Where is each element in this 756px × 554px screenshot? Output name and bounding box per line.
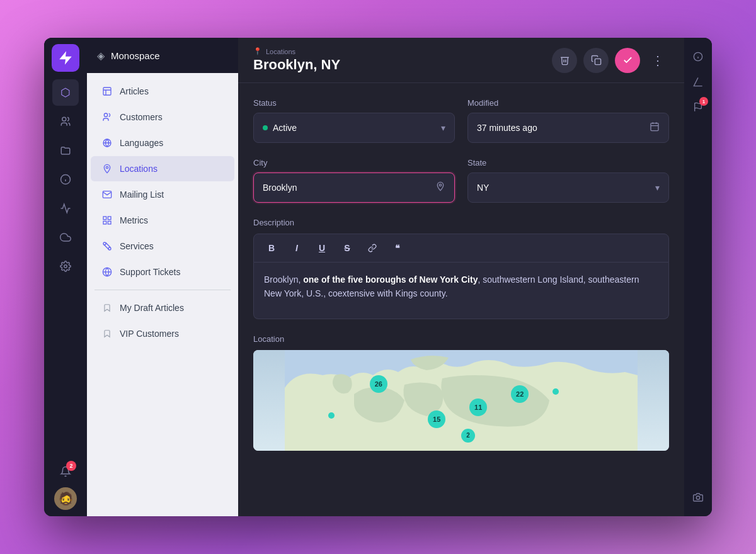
- status-chevron-icon: ▾: [441, 123, 445, 133]
- modified-group: Modified 37 minutes ago: [467, 98, 669, 143]
- city-state-row: City State: [253, 158, 669, 203]
- map-background: 26 22 15 11 2: [253, 350, 669, 451]
- copy-button[interactable]: [583, 48, 609, 73]
- editor-body[interactable]: Brooklyn, one of the five boroughs of Ne…: [253, 263, 669, 319]
- page-title: Brooklyn, NY: [253, 57, 552, 73]
- svg-point-26: [439, 184, 441, 186]
- sidebar-item-my-draft-articles[interactable]: My Draft Articles: [91, 295, 234, 320]
- sidebar-item-locations[interactable]: Locations: [91, 156, 234, 181]
- status-select[interactable]: Active ▾: [253, 113, 455, 143]
- description-text-start: Brooklyn,: [264, 274, 303, 285]
- location-section: Location: [253, 334, 669, 451]
- svg-point-10: [106, 166, 108, 168]
- icon-rail: ⬡: [44, 38, 87, 516]
- breadcrumb-area: 📍 Locations Brooklyn, NY: [253, 47, 552, 73]
- rail-icon-cloud[interactable]: [52, 224, 79, 251]
- svg-rect-22: [651, 123, 658, 131]
- svg-point-0: [62, 117, 66, 121]
- rp-triangle-icon[interactable]: [687, 71, 709, 93]
- sidebar-label-languages: Languages: [120, 138, 163, 148]
- app-logo[interactable]: [52, 44, 79, 72]
- city-field[interactable]: [253, 172, 455, 203]
- location-pin-icon: [435, 181, 445, 194]
- flag-badge: 1: [699, 97, 708, 106]
- right-panel: 1: [684, 38, 712, 516]
- map-cluster-22: 22: [511, 385, 529, 403]
- locations-icon: [101, 162, 113, 175]
- sidebar-header: ◈ Monospace: [87, 38, 238, 73]
- sidebar-label-metrics: Metrics: [120, 215, 148, 225]
- svg-point-4: [64, 265, 67, 268]
- map-cluster-11: 11: [469, 399, 487, 416]
- link-button[interactable]: [364, 239, 381, 257]
- state-chevron-icon: ▾: [655, 183, 660, 193]
- page-title-text: Brooklyn, NY: [253, 57, 340, 73]
- more-options-button[interactable]: ⋮: [646, 48, 669, 73]
- app-window: ⬡: [44, 38, 712, 516]
- rp-info-icon[interactable]: [687, 45, 709, 68]
- rail-icon-folder[interactable]: [52, 137, 79, 164]
- map-dot-2: [328, 412, 335, 419]
- city-group: City: [253, 158, 455, 203]
- services-icon: [101, 240, 113, 252]
- status-dot: [263, 125, 268, 130]
- quote-button[interactable]: ❝: [389, 239, 406, 257]
- sidebar-item-articles[interactable]: Articles: [91, 79, 234, 104]
- description-label: Description: [253, 218, 669, 227]
- languages-icon: [101, 137, 113, 149]
- breadcrumb-text: Locations: [266, 48, 295, 55]
- strikethrough-button[interactable]: S: [338, 239, 356, 257]
- underline-button[interactable]: U: [313, 239, 331, 257]
- svg-point-32: [696, 496, 699, 499]
- sidebar-item-vip-customers[interactable]: VIP Customers: [91, 321, 234, 346]
- sidebar-label-my-draft-articles: My Draft Articles: [120, 303, 184, 313]
- sidebar-label-customers: Customers: [120, 112, 163, 122]
- delete-button[interactable]: [552, 48, 577, 73]
- svg-rect-21: [595, 59, 600, 64]
- sidebar-label-support-tickets: Support Tickets: [120, 267, 181, 277]
- articles-icon: [101, 85, 113, 98]
- metrics-icon: [101, 214, 113, 227]
- rail-icon-gear[interactable]: [52, 253, 79, 280]
- modified-value: 37 minutes ago: [477, 123, 537, 133]
- sidebar-item-languages[interactable]: Languages: [91, 130, 234, 155]
- rail-icon-users[interactable]: [52, 108, 79, 135]
- sidebar-item-mailing-list[interactable]: Mailing List: [91, 182, 234, 207]
- svg-rect-13: [103, 221, 106, 224]
- sidebar-item-support-tickets[interactable]: Support Tickets: [91, 259, 234, 285]
- rp-flag-icon[interactable]: 1: [687, 96, 709, 118]
- user-avatar[interactable]: 🧔: [54, 487, 77, 510]
- svg-rect-11: [103, 217, 106, 220]
- bold-button[interactable]: B: [263, 239, 280, 257]
- status-value-area: Active: [263, 123, 441, 133]
- rp-camera-icon[interactable]: [687, 486, 709, 509]
- status-label: Status: [253, 98, 455, 108]
- rail-icon-cube[interactable]: ⬡: [52, 79, 79, 106]
- sidebar-item-customers[interactable]: Customers: [91, 105, 234, 130]
- confirm-button[interactable]: [615, 48, 640, 73]
- state-label: State: [467, 158, 669, 167]
- draft-articles-icon: [101, 302, 113, 314]
- city-input[interactable]: [263, 173, 435, 202]
- breadcrumb: 📍 Locations: [253, 47, 552, 55]
- city-label: City: [253, 158, 455, 167]
- state-value-area: NY: [477, 183, 655, 193]
- sidebar-item-metrics[interactable]: Metrics: [91, 208, 234, 233]
- description-text-bold: one of the five boroughs of New York Cit…: [303, 274, 478, 285]
- rail-icon-chart[interactable]: [52, 195, 79, 222]
- header-actions: ⋮: [552, 48, 669, 73]
- italic-button[interactable]: I: [288, 239, 306, 257]
- state-group: State NY ▾: [467, 158, 669, 203]
- sidebar-item-services[interactable]: Services: [91, 234, 234, 259]
- map-dot-1: [553, 388, 559, 395]
- svg-point-8: [104, 113, 107, 116]
- workspace-name: Monospace: [111, 50, 160, 61]
- rail-icon-info[interactable]: [52, 166, 79, 193]
- notification-badge: 2: [66, 461, 76, 471]
- breadcrumb-location-icon: 📍: [253, 47, 262, 55]
- calendar-icon: [650, 122, 660, 134]
- state-select[interactable]: NY ▾: [467, 172, 669, 203]
- rail-icon-notification[interactable]: 2: [52, 458, 79, 485]
- status-modified-row: Status Active ▾ Modified 37 minutes ago: [253, 98, 669, 143]
- status-value: Active: [273, 123, 297, 133]
